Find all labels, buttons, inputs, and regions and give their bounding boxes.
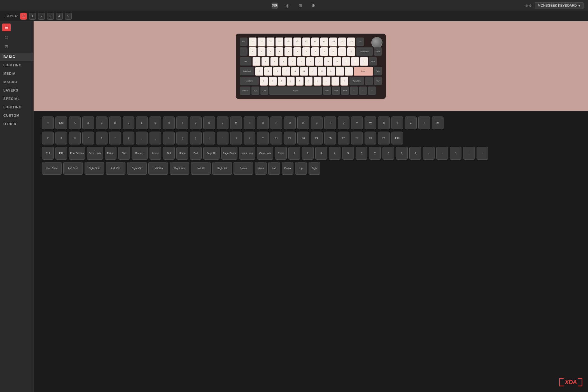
panel-key-rparen[interactable]: ) [136, 132, 148, 144]
key-6[interactable]: 6 [293, 47, 301, 56]
key-j[interactable]: J [309, 67, 317, 75]
key-period[interactable]: . [332, 77, 339, 85]
key-down[interactable]: ↓ [359, 87, 367, 95]
key-f10[interactable]: F10 [329, 38, 337, 46]
panel-key-ndot[interactable]: . [477, 147, 488, 160]
layer-btn-1[interactable]: 1 [29, 13, 36, 20]
panel-key-insert[interactable]: Insert [150, 147, 161, 160]
panel-key-pf4[interactable]: F4 [311, 132, 323, 144]
key-f8[interactable]: F8 [311, 38, 319, 46]
panel-key-k[interactable]: K [203, 116, 215, 129]
key-8[interactable]: 8 [311, 47, 319, 56]
key-home[interactable]: Home [374, 47, 382, 56]
key-s[interactable]: S [264, 67, 272, 75]
panel-key-pf7[interactable]: F7 [351, 132, 363, 144]
key-b[interactable]: B [296, 77, 304, 85]
panel-key-down-arrow[interactable]: ▽ [42, 116, 54, 129]
sidebar-item-other[interactable]: OTHER [0, 120, 33, 128]
panel-key-lparen[interactable]: ( [123, 132, 134, 144]
key-9[interactable]: 9 [320, 47, 328, 56]
panel-key-question[interactable]: ? [257, 132, 269, 144]
key-del[interactable]: Del [356, 38, 364, 46]
key-l[interactable]: L [327, 67, 335, 75]
panel-key-e[interactable]: E [123, 116, 134, 129]
panel-key-pf8[interactable]: F8 [365, 132, 376, 144]
key-4[interactable]: 4 [276, 47, 283, 56]
panel-key-print-screen[interactable]: Print Screen [69, 147, 85, 160]
key-tab[interactable]: Tab [240, 57, 251, 66]
panel-key-n7[interactable]: 7 [369, 147, 381, 160]
panel-key-exclaim[interactable]: ! [418, 116, 430, 129]
panel-key-n8[interactable]: 8 [382, 147, 394, 160]
panel-key-left-alt[interactable]: Left Alt [191, 162, 211, 175]
panel-key-s[interactable]: S [311, 116, 323, 129]
key-f[interactable]: F [282, 67, 290, 75]
key-y[interactable]: Y [297, 57, 305, 66]
panel-key-left-ctrl[interactable]: Left Ctrl [106, 162, 125, 175]
panel-key-left-shift[interactable]: Left Shift [63, 162, 83, 175]
panel-key-n5[interactable]: 5 [342, 147, 354, 160]
key-space[interactable]: Space [269, 87, 322, 95]
layer-btn-2[interactable]: 2 [38, 13, 45, 20]
keyboard-icon[interactable]: ⌨ [272, 3, 278, 9]
panel-key-c[interactable]: C [96, 116, 108, 129]
key-backslash[interactable]: \ [360, 57, 368, 66]
panel-key-p[interactable]: P [270, 116, 282, 129]
panel-key-caps-lock[interactable]: Caps Lock [257, 147, 273, 160]
key-esc[interactable]: Esc [240, 38, 248, 46]
panel-key-page-down[interactable]: Page Down [221, 147, 237, 160]
panel-key-dollar[interactable]: $ [55, 132, 67, 144]
panel-key-hash[interactable]: # [42, 132, 54, 144]
key-quote[interactable]: ' [345, 67, 353, 75]
panel-key-right-win[interactable]: Right Win [170, 162, 189, 175]
key-f7[interactable]: F7 [302, 38, 310, 46]
panel-key-underscore[interactable]: _ [150, 132, 161, 144]
key-up[interactable]: ↑ [365, 77, 373, 85]
panel-key-menu[interactable]: Menu [255, 162, 267, 175]
panel-key-v[interactable]: V [351, 116, 363, 129]
key-a[interactable]: A [255, 67, 263, 75]
panel-key-g[interactable]: G [150, 116, 161, 129]
panel-key-n6[interactable]: 6 [356, 147, 367, 160]
key-p[interactable]: P [333, 57, 341, 66]
key-e[interactable]: E [270, 57, 278, 66]
key-left-ctrl[interactable]: Left Ctrl [240, 87, 250, 95]
key-enter[interactable]: Enter [354, 67, 373, 75]
key-f6[interactable]: F6 [293, 38, 301, 46]
panel-key-lcurly[interactable]: { [176, 132, 188, 144]
panel-key-up-arrow-key[interactable]: Up [295, 162, 307, 175]
panel-key-pf9[interactable]: F9 [378, 132, 390, 144]
panel-key-pause[interactable]: Pause [105, 147, 116, 160]
key-c[interactable]: C [278, 77, 286, 85]
panel-key-home[interactable]: Home [176, 147, 188, 160]
panel-key-pf6[interactable]: F6 [338, 132, 349, 144]
key-d[interactable]: D [273, 67, 281, 75]
key-lbracket[interactable]: [ [342, 57, 350, 66]
panel-key-ndiv[interactable]: / [463, 147, 475, 160]
panel-key-n3[interactable]: 3 [315, 147, 327, 160]
panel-key-f12[interactable]: F12 [55, 147, 67, 160]
key-n[interactable]: N [305, 77, 312, 85]
panel-key-right-alt[interactable]: Right Alt [212, 162, 232, 175]
panel-key-backspace[interactable]: Backs... [132, 147, 148, 160]
key-lwin[interactable]: LWin [251, 87, 259, 95]
panel-key-del[interactable]: Del [163, 147, 175, 160]
key-right-shift[interactable]: Right Shift [349, 77, 364, 85]
panel-key-pf1[interactable]: F1 [270, 132, 282, 144]
panel-key-pf3[interactable]: F3 [297, 132, 309, 144]
panel-key-right-ctrl[interactable]: Right Ctrl [127, 162, 147, 175]
panel-key-x[interactable]: X [378, 116, 390, 129]
panel-key-num-enter[interactable]: Num Enter [42, 162, 62, 175]
panel-key-f11[interactable]: F11 [42, 147, 54, 160]
panel-key-f[interactable]: F [136, 116, 148, 129]
panel-key-n1[interactable]: 1 [288, 147, 300, 160]
sidebar-item-layers[interactable]: LAYERS [0, 86, 33, 95]
key-z[interactable]: Z [260, 77, 268, 85]
sidebar-item-macro[interactable]: MACRO [0, 78, 33, 86]
sidebar-item-lighting[interactable]: LIGHTING [0, 61, 33, 69]
key-0[interactable]: 0 [329, 47, 337, 56]
key-g[interactable]: G [291, 67, 299, 75]
panel-key-num-lock[interactable]: Num Lock [239, 147, 255, 160]
sidebar-keys-icon[interactable]: ☰ [2, 24, 11, 31]
panel-key-caret[interactable]: ^ [82, 132, 94, 144]
